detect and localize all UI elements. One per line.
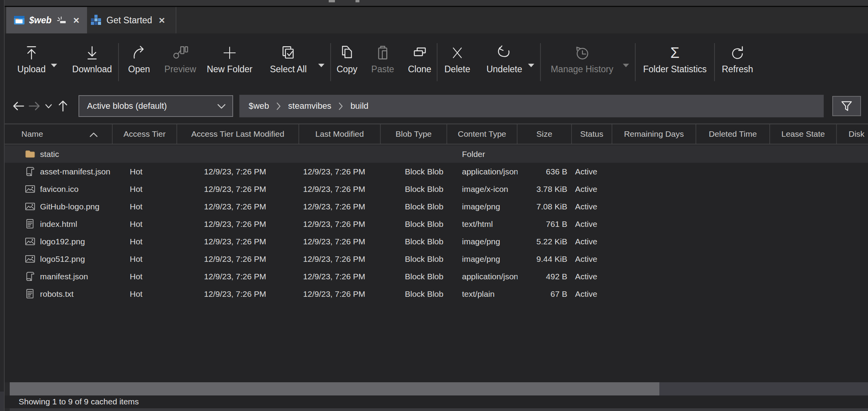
horizontal-scrollbar-thumb[interactable] [10, 382, 659, 395]
dropdown-caret-icon[interactable] [48, 35, 60, 92]
cell-blob_type: Block Blob [381, 180, 447, 198]
blob-row-asset-manifest.json[interactable]: asset-manifest.jsonHot12/9/23, 7:26 PM12… [4, 163, 868, 180]
cell-disk [837, 215, 868, 233]
cell-disk [837, 163, 868, 180]
blob-row-manifest.json[interactable]: manifest.jsonHot12/9/23, 7:26 PM12/9/23,… [4, 268, 868, 285]
filter-button[interactable] [832, 96, 861, 116]
breadcrumb-segment-steamvibes[interactable]: steamvibes [288, 101, 331, 111]
cell-last_modified: 12/9/23, 7:26 PM [299, 250, 381, 268]
blob-view-dropdown[interactable]: Active blobs (default) [78, 95, 233, 117]
tab-web[interactable]: $web ✕ [6, 7, 87, 33]
cell-access_tier_last_modified: 12/9/23, 7:26 PM [177, 180, 299, 198]
cell-lease_state [770, 285, 837, 303]
column-header-access-tier[interactable]: Access Tier [113, 124, 177, 144]
paste-button[interactable]: Paste [369, 35, 396, 92]
blob-row-static[interactable]: staticFolder [4, 145, 868, 163]
preview-button[interactable]: Preview [162, 35, 198, 92]
copy-button[interactable]: Copy [334, 35, 360, 92]
column-header-access-tier-last-modified[interactable]: Access Tier Last Modified [177, 124, 299, 144]
breadcrumb-segment-build[interactable]: build [350, 101, 368, 111]
column-header-deleted-time[interactable]: Deleted Time [696, 124, 770, 144]
image-file-icon [24, 236, 36, 247]
cell-blob_type: Block Blob [381, 268, 447, 285]
refresh-icon [729, 42, 746, 63]
column-header-last-modified[interactable]: Last Modified [299, 124, 381, 144]
blob-name: favicon.ico [40, 185, 78, 194]
bottom-strip [10, 408, 868, 411]
table-header-row: NameAccess TierAccess Tier Last Modified… [4, 124, 868, 145]
breadcrumb-segment-web[interactable]: $web [249, 101, 269, 111]
column-header-disk[interactable]: Disk [837, 124, 868, 144]
cell-deleted_time [696, 268, 770, 285]
blob-row-favicon.ico[interactable]: favicon.icoHot12/9/23, 7:26 PM12/9/23, 7… [4, 180, 868, 198]
close-tab-icon[interactable]: ✕ [159, 16, 166, 24]
history-chevron-icon[interactable] [42, 100, 55, 112]
toolbar-separator [118, 43, 119, 81]
temporary-tab-pin-icon[interactable] [57, 16, 67, 24]
column-header-status[interactable]: Status [572, 124, 612, 144]
toolbar-button-label: Preview [164, 64, 196, 75]
dropdown-caret-icon[interactable] [620, 35, 632, 92]
storage-explorer-logo-icon [91, 15, 102, 26]
forward-icon[interactable] [26, 99, 42, 113]
cell-access_tier: Hot [113, 180, 177, 198]
toolbar-separator [714, 43, 715, 81]
blob-row-GitHub-logo.png[interactable]: GitHub-logo.pngHot12/9/23, 7:26 PM12/9/2… [4, 198, 868, 215]
refresh-button[interactable]: Refresh [718, 35, 757, 92]
column-header-remaining-days[interactable]: Remaining Days [612, 124, 696, 144]
open-button[interactable]: Open [122, 35, 156, 92]
cell-deleted_time [696, 233, 770, 250]
sigma-icon: Σ [670, 42, 680, 63]
horizontal-scrollbar[interactable] [4, 382, 868, 395]
blob-name: GitHub-logo.png [40, 202, 99, 211]
json-file-icon [24, 271, 36, 282]
download-button[interactable]: Download [69, 35, 115, 92]
column-header-blob-type[interactable]: Blob Type [381, 124, 447, 144]
toolbar-button-label: New Folder [207, 64, 253, 75]
upload-button[interactable]: Upload [15, 35, 48, 92]
close-tab-icon[interactable]: ✕ [73, 16, 80, 24]
blob-row-index.html[interactable]: index.htmlHot12/9/23, 7:26 PM12/9/23, 7:… [4, 215, 868, 233]
cell-size: 5.22 KiB [518, 233, 572, 250]
new-folder-button[interactable]: New Folder [204, 35, 255, 92]
dropdown-caret-icon[interactable] [525, 35, 537, 92]
back-icon[interactable] [11, 99, 26, 113]
cell-access_tier: Hot [113, 285, 177, 303]
column-header-content-type[interactable]: Content Type [447, 124, 518, 144]
sigma-button[interactable]: ΣFolder Statistics [639, 35, 711, 92]
cell-remaining_days [612, 180, 696, 198]
select-all-button[interactable]: Select All [261, 35, 315, 92]
cell-content_type: image/x-icon [447, 180, 518, 198]
manage-history-button[interactable]: Manage History [544, 35, 620, 92]
dropdown-caret-icon[interactable] [315, 35, 327, 92]
column-header-lease-state[interactable]: Lease State [770, 124, 837, 144]
column-header-name[interactable]: Name [10, 124, 113, 144]
horizontal-scrollbar-track[interactable] [659, 382, 868, 395]
blob-row-logo512.png[interactable]: logo512.pngHot12/9/23, 7:26 PM12/9/23, 7… [4, 250, 868, 268]
cell-last_modified: 12/9/23, 7:26 PM [299, 198, 381, 215]
blob-container-icon [14, 16, 24, 24]
cell-last_modified: 12/9/23, 7:26 PM [299, 180, 381, 198]
cell-size: 492 B [518, 268, 572, 285]
tab-get-started[interactable]: Get Started ✕ [87, 7, 176, 33]
undelete-button[interactable]: Undelete [483, 35, 525, 92]
cell-status: Active [572, 163, 612, 180]
column-header-label: Lease State [781, 129, 825, 139]
up-level-icon[interactable] [55, 99, 71, 113]
tab-label: Get Started [106, 15, 152, 26]
cell-name: favicon.ico [10, 180, 113, 198]
blob-row-robots.txt[interactable]: robots.txtHot12/9/23, 7:26 PM12/9/23, 7:… [4, 285, 868, 303]
delete-button[interactable]: Delete [441, 35, 474, 92]
clipped-text-fragment: n [0, 359, 5, 369]
doc-file-icon [24, 218, 36, 230]
column-header-size[interactable]: Size [518, 124, 572, 144]
cell-content_type: text/plain [447, 285, 518, 303]
cell-name: robots.txt [10, 285, 113, 303]
blob-row-logo192.png[interactable]: logo192.pngHot12/9/23, 7:26 PM12/9/23, 7… [4, 233, 868, 250]
item-count-text: Showing 1 to 9 of 9 cached items [19, 397, 139, 406]
clipped-glyph [329, 0, 335, 2]
clone-button[interactable]: Clone [406, 35, 434, 92]
cell-blob_type: Block Blob [381, 233, 447, 250]
blob-name: asset-manifest.json [40, 167, 110, 176]
blob-name: robots.txt [40, 289, 73, 299]
